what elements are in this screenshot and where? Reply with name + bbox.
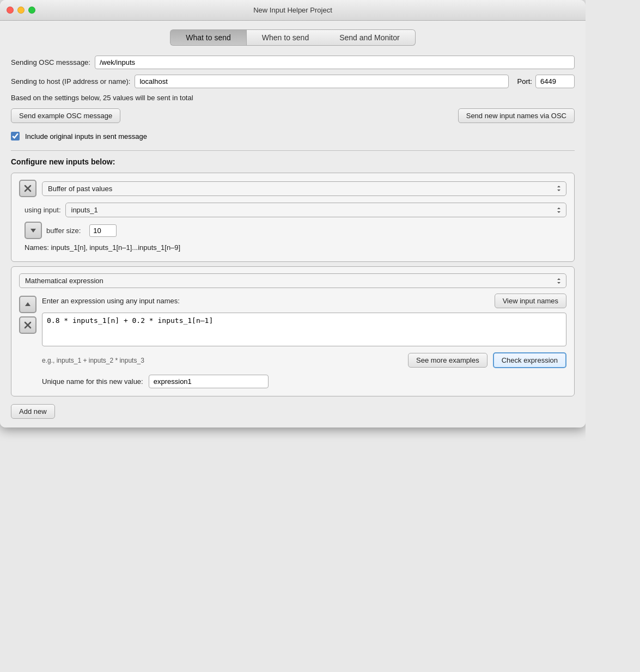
main-window: New Input Helper Project What to send Wh…	[0, 0, 586, 427]
traffic-lights	[7, 7, 35, 14]
buffer-delete-button[interactable]	[19, 180, 36, 197]
x-icon-2	[23, 321, 32, 329]
maximize-button[interactable]	[28, 7, 35, 14]
up-arrow-icon	[23, 300, 32, 309]
buffer-header-row: Buffer of past values	[19, 180, 566, 197]
osc-message-label: Sending OSC messsage:	[11, 58, 90, 66]
buffer-panel-content: Buffer of past values using input: input…	[11, 173, 574, 261]
titlebar: New Input Helper Project	[0, 0, 586, 21]
osc-message-row: Sending OSC messsage:	[11, 56, 575, 69]
expression-type-dropdown[interactable]: Mathematical expression	[19, 273, 566, 288]
section-title: Configure new inputs below:	[11, 157, 575, 166]
add-new-button[interactable]: Add new	[11, 404, 55, 419]
include-inputs-row: Include original inputs in sent message	[11, 132, 575, 140]
expression-panel: Mathematical expression	[11, 266, 575, 396]
send-example-button[interactable]: Send example OSC message	[11, 108, 120, 123]
tab-when-to-send[interactable]: When to send	[246, 29, 324, 46]
include-inputs-checkbox[interactable]	[11, 132, 20, 140]
send-names-osc-button[interactable]: Send new input names via OSC	[458, 108, 575, 123]
unique-name-label: Unique name for this new value:	[42, 377, 143, 386]
expression-panel-body: Enter an expression using any input name…	[19, 294, 566, 388]
minimize-button[interactable]	[17, 7, 25, 14]
expression-delete-button[interactable]	[19, 316, 36, 334]
divider-1	[11, 150, 575, 151]
using-input-dropdown[interactable]: inputs_1	[65, 203, 567, 217]
using-input-label: using input:	[25, 206, 61, 214]
expression-textarea[interactable]: 0.8 * inputs_1[n] + 0.2 * inputs_1[n–1]	[42, 313, 566, 346]
see-more-examples-button[interactable]: See more examples	[408, 353, 487, 368]
tab-send-and-monitor[interactable]: Send and Monitor	[324, 29, 416, 46]
buttons-row: Send example OSC message Send new input …	[11, 108, 575, 123]
include-inputs-label: Include original inputs in sent message	[25, 132, 147, 140]
buffer-size-input[interactable]	[89, 224, 117, 237]
close-button[interactable]	[7, 7, 14, 14]
window-title: New Input Helper Project	[253, 6, 332, 14]
host-label: Sending to host (IP address or name):	[11, 77, 130, 85]
port-label: Port:	[517, 77, 532, 85]
buffer-size-row: buffer size:	[25, 222, 566, 239]
expression-enter-label: Enter an expression using any input name…	[42, 297, 180, 305]
buffer-names-text: Names: inputs_1[n], inputs_1[n–1]...inpu…	[19, 243, 566, 252]
expression-content: Enter an expression using any input name…	[42, 294, 566, 388]
check-expression-button[interactable]: Check expression	[493, 352, 566, 368]
example-row: e.g., inputs_1 + inputs_2 * inputs_3 See…	[42, 352, 566, 368]
view-input-names-button[interactable]: View input names	[495, 294, 566, 308]
expression-label-row: Enter an expression using any input name…	[42, 294, 566, 308]
osc-message-input[interactable]	[95, 56, 575, 69]
x-icon	[23, 184, 32, 193]
expression-panel-header: Mathematical expression	[19, 273, 566, 288]
host-input[interactable]	[135, 75, 508, 88]
buffer-size-label: buffer size:	[46, 227, 81, 235]
tabs-bar: What to send When to send Send and Monit…	[11, 29, 575, 46]
unique-name-row: Unique name for this new value:	[42, 375, 566, 388]
expression-move-up-button[interactable]	[19, 296, 36, 313]
tab-what-to-send[interactable]: What to send	[170, 29, 246, 46]
using-input-row: using input: inputs_1	[19, 203, 566, 217]
example-text: e.g., inputs_1 + inputs_2 * inputs_3	[42, 357, 403, 364]
buffer-move-down-button[interactable]	[25, 222, 42, 239]
unique-name-input[interactable]	[149, 375, 269, 388]
expression-icons-col	[19, 294, 36, 334]
host-row: Sending to host (IP address or name): Po…	[11, 75, 575, 88]
port-input[interactable]	[535, 75, 575, 88]
buffer-panel: Buffer of past values using input: input…	[11, 173, 575, 262]
content-area: What to send When to send Send and Monit…	[0, 21, 586, 427]
info-text: Based on the settings below, 25 values w…	[11, 94, 575, 102]
buffer-type-dropdown[interactable]: Buffer of past values	[42, 181, 566, 196]
add-new-row: Add new	[11, 404, 575, 419]
down-arrow-icon	[29, 226, 38, 235]
